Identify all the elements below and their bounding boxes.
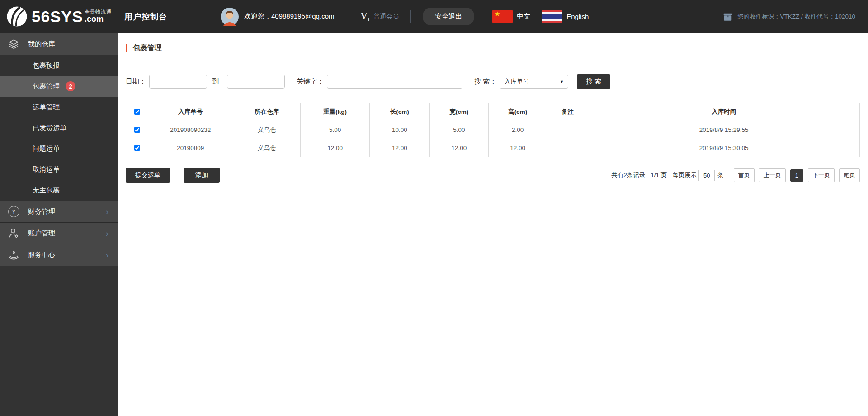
col-header-inbound-time: 入库时间 [588, 103, 860, 121]
cell-height: 12.00 [488, 139, 547, 157]
row-checkbox[interactable] [134, 127, 140, 133]
filter-bar: 日期： 到 关键字： 搜 索： 入库单号 ▼ 搜 索 [126, 74, 860, 89]
sidebar-item-package-forecast[interactable]: 包裹预报 [0, 55, 118, 76]
member-level: V1 普通会员 [360, 10, 399, 22]
cell-height: 2.00 [488, 121, 547, 139]
packages-table: 入库单号 所在仓库 重量(kg) 长(cm) 宽(cm) 高(cm) 备注 入库… [126, 103, 860, 157]
add-button[interactable]: 添加 [184, 168, 220, 183]
warehouse-submenu: 包裹预报 包裹管理 2 运单管理 已发货运单 问题运单 取消运单 [0, 55, 118, 201]
row-checkbox[interactable] [134, 145, 140, 151]
current-page-button[interactable]: 1 [790, 169, 803, 182]
member-level-label: 普通会员 [373, 13, 399, 21]
chevron-right-icon: › [106, 229, 108, 238]
cell-width: 5.00 [429, 121, 488, 139]
lang-english[interactable]: English [542, 10, 589, 23]
page: 56SYS 全景物流通 .com 用户控制台 欢迎您，409889195@qq.… [0, 0, 868, 416]
package-icon [723, 12, 733, 22]
cell-weight: 12.00 [301, 139, 370, 157]
cell-inbound-no: 20190809 [148, 139, 233, 157]
sidebar: 我的仓库 包裹预报 包裹管理 2 运单管理 已发货运单 问题运单 [0, 33, 118, 416]
search-button[interactable]: 搜 索 [577, 74, 610, 89]
sidebar-section-service-center[interactable]: 服务中心 › [0, 244, 118, 266]
cell-warehouse: 义乌仓 [233, 121, 300, 139]
chevron-right-icon: › [106, 251, 108, 259]
thailand-flag-icon [542, 10, 562, 23]
yen-icon: ¥ [8, 206, 20, 218]
keyword-input[interactable] [327, 75, 462, 89]
sidebar-section-label: 财务管理 [28, 207, 55, 216]
china-flag-icon: ★ [492, 10, 513, 23]
pagination: 共有2条记录 1/1 页 每页展示 条 首页 上一页 1 下一页 尾页 [611, 168, 860, 182]
user-block: 欢迎您，409889195@qq.com [221, 8, 335, 26]
table-header-row: 入库单号 所在仓库 重量(kg) 长(cm) 宽(cm) 高(cm) 备注 入库… [126, 103, 860, 121]
sidebar-section-finance[interactable]: ¥ 财务管理 › [0, 201, 118, 222]
count-badge: 2 [66, 81, 75, 91]
sidebar-item-cancelled-waybills[interactable]: 取消运单 [0, 159, 118, 180]
page-title-row: 包裹管理 [126, 43, 860, 53]
sidebar-item-shipped-waybills[interactable]: 已发货运单 [0, 117, 118, 138]
main-content: 包裹管理 日期： 到 关键字： 搜 索： 入库单号 ▼ 搜 索 [118, 33, 868, 416]
col-header-weight: 重量(kg) [301, 103, 370, 121]
page-title: 包裹管理 [133, 43, 162, 53]
sidebar-section-label: 服务中心 [28, 251, 55, 259]
submit-waybill-button[interactable]: 提交运单 [126, 168, 170, 183]
vip-level-icon: V1 [360, 10, 370, 22]
per-page-label: 每页展示 [672, 171, 697, 179]
sidebar-item-waybill-management[interactable]: 运单管理 [0, 97, 118, 117]
cell-width: 12.00 [429, 139, 488, 157]
col-header-remark: 备注 [547, 103, 588, 121]
sidebar-item-package-management[interactable]: 包裹管理 2 [0, 76, 118, 97]
sidebar-section-my-warehouse[interactable]: 我的仓库 [0, 33, 118, 55]
logout-button[interactable]: 安全退出 [423, 8, 474, 25]
search-type-label: 搜 索： [474, 77, 496, 86]
console-title: 用户控制台 [124, 11, 167, 22]
welcome-text: 欢迎您，409889195@qq.com [244, 12, 335, 21]
cell-remark [547, 121, 588, 139]
cell-length: 12.00 [369, 139, 429, 157]
date-from-input[interactable] [149, 75, 207, 89]
cell-warehouse: 义乌仓 [233, 139, 300, 157]
col-header-width: 宽(cm) [429, 103, 488, 121]
cell-weight: 5.00 [301, 121, 370, 139]
cell-remark [547, 139, 588, 157]
cell-length: 10.00 [369, 121, 429, 139]
sidebar-section-account[interactable]: 账户管理 › [0, 222, 118, 244]
per-page-input[interactable] [698, 170, 715, 181]
user-icon [8, 227, 20, 239]
logo-icon [6, 6, 28, 27]
lang-chinese[interactable]: ★ 中文 [492, 10, 530, 23]
date-to-input[interactable] [227, 75, 285, 89]
table-row: 201908090232 义乌仓 5.00 10.00 5.00 2.00 20… [126, 121, 860, 139]
sidebar-section-label: 账户管理 [28, 229, 55, 238]
first-page-button[interactable]: 首页 [734, 168, 755, 182]
last-page-button[interactable]: 尾页 [839, 168, 860, 182]
to-label: 到 [212, 77, 219, 86]
title-accent-bar [126, 44, 127, 52]
header-divider [410, 10, 411, 23]
logo-text: 56SYS [32, 8, 83, 26]
avatar [221, 8, 239, 26]
cell-inbound-time: 2019/8/9 15:29:55 [588, 121, 860, 139]
receiver-info-text: 您的收件标识：VTKZZ / 收件代号：102010 [737, 13, 855, 21]
sidebar-item-problem-waybills[interactable]: 问题运单 [0, 138, 118, 159]
col-header-inbound-no: 入库单号 [148, 103, 233, 121]
col-header-warehouse: 所在仓库 [233, 103, 300, 121]
sidebar-item-unclaimed-packages[interactable]: 无主包裹 [0, 180, 118, 201]
date-label: 日期： [126, 77, 146, 86]
per-page-unit: 条 [717, 171, 724, 179]
search-type-select[interactable]: 入库单号 ▼ [500, 75, 568, 89]
keyword-label: 关键字： [297, 77, 324, 86]
layers-icon [8, 38, 20, 50]
receiver-info: 您的收件标识：VTKZZ / 收件代号：102010 [723, 12, 855, 22]
prev-page-button[interactable]: 上一页 [759, 168, 786, 182]
next-page-button[interactable]: 下一页 [808, 168, 835, 182]
chevron-right-icon: › [106, 207, 108, 216]
select-all-checkbox[interactable] [134, 109, 140, 115]
cell-inbound-no: 201908090232 [148, 121, 233, 139]
service-icon [8, 249, 20, 261]
cell-inbound-time: 2019/8/9 15:30:05 [588, 139, 860, 157]
chevron-down-icon: ▼ [560, 79, 564, 84]
sidebar-section-label: 我的仓库 [28, 40, 55, 48]
record-count-text: 共有2条记录 [611, 171, 645, 179]
logo[interactable]: 56SYS 全景物流通 .com [6, 6, 112, 27]
